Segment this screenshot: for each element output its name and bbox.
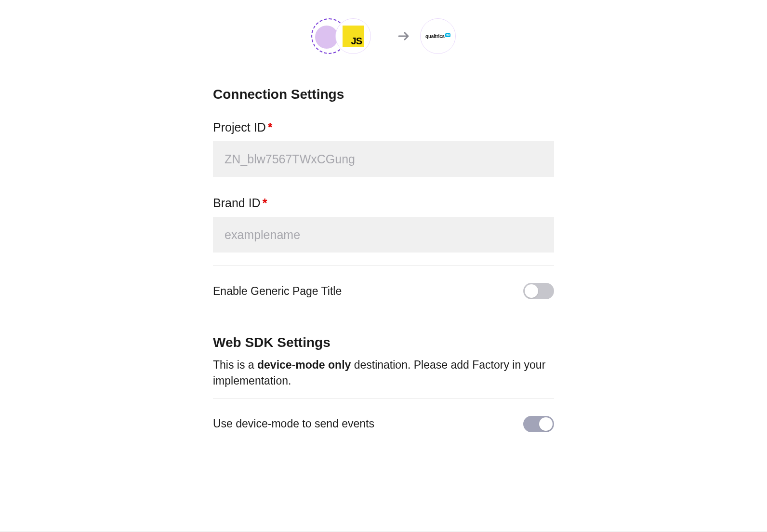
toggle-knob-icon [525,284,538,298]
device-mode-label: Use device-mode to send events [213,417,374,430]
generic-page-title-row: Enable Generic Page Title [213,266,554,304]
web-sdk-description: This is a device-mode only destination. … [213,357,554,389]
source-group: JS [311,14,388,58]
brand-id-field-block: Brand ID* [213,196,554,253]
project-id-label: Project ID* [213,120,554,134]
qualtrics-xm-badge: XM [445,33,450,37]
source-circle: JS [335,18,371,54]
generic-page-title-toggle[interactable] [523,283,554,299]
brand-id-label-text: Brand ID [213,196,261,210]
qualtrics-logo-text: qualtrics [425,34,445,39]
destination-circle: qualtricsXM [420,18,456,54]
javascript-icon-label: JS [351,36,362,47]
form-content: Connection Settings Project ID* Brand ID… [213,87,554,437]
device-mode-toggle[interactable] [523,416,554,432]
toggle-knob-icon [539,417,553,431]
settings-page: JS qualtricsXM Connection Settings Proje… [0,0,767,532]
web-sdk-section: Web SDK Settings This is a device-mode o… [213,335,554,437]
project-id-field-block: Project ID* [213,120,554,177]
generic-page-title-label: Enable Generic Page Title [213,285,342,298]
qualtrics-logo-icon: qualtricsXM [425,33,450,39]
arrow-right-icon [398,31,410,41]
required-star-icon: * [268,120,273,134]
web-sdk-desc-pre: This is a [213,359,257,371]
project-id-label-text: Project ID [213,120,266,134]
web-sdk-desc-bold: device-mode only [257,359,351,371]
device-mode-row: Use device-mode to send events [213,399,554,437]
project-id-input[interactable] [213,141,554,177]
connection-flow-header: JS qualtricsXM [0,0,767,58]
connection-settings-title: Connection Settings [213,87,554,102]
javascript-icon: JS [343,26,364,47]
web-sdk-settings-title: Web SDK Settings [213,335,554,350]
required-star-icon: * [263,196,267,210]
source-lilac-circle-icon [315,26,338,49]
brand-id-label: Brand ID* [213,196,554,210]
brand-id-input[interactable] [213,217,554,253]
